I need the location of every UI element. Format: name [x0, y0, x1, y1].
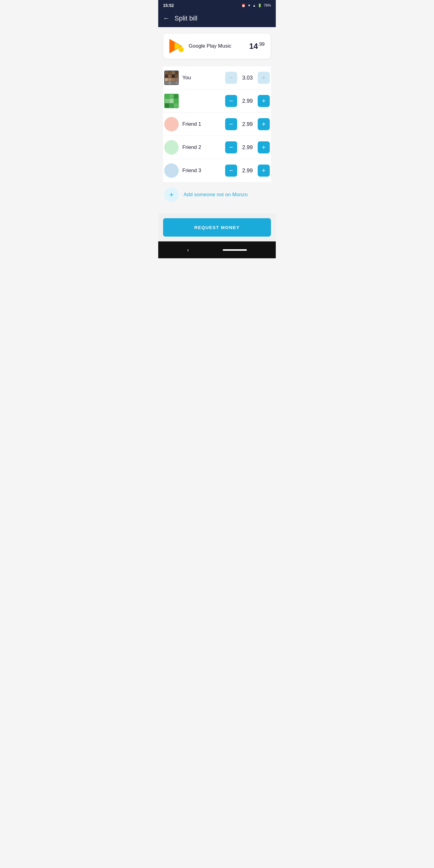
alarm-icon: ⏰	[241, 4, 246, 7]
plus-button-friend2[interactable]: +	[258, 141, 270, 153]
status-time: 15:52	[163, 3, 174, 8]
add-someone-row[interactable]: + Add someone not on Monzo	[163, 182, 271, 207]
avatar-friend0	[164, 94, 179, 108]
main-content: ♪ Google Play Music 14.99	[158, 27, 276, 213]
minus-button-you[interactable]: −	[225, 72, 237, 84]
nav-bar: ‹	[158, 241, 276, 258]
wifi-icon: ▼	[247, 4, 251, 7]
mosaic-avatar-friend0	[165, 94, 178, 107]
stepper-friend1: − 2.99 +	[225, 118, 270, 130]
avatar-you	[164, 70, 179, 85]
request-money-button[interactable]: REQUEST MONEY	[163, 218, 271, 237]
person-row-friend0: − 2.99 +	[163, 90, 271, 113]
person-row-friend2: Friend 2 − 2.99 +	[163, 136, 271, 159]
minus-button-friend2[interactable]: −	[225, 141, 237, 153]
stepper-value-friend2: 2.99	[241, 144, 254, 151]
person-name-friend1: Friend 1	[182, 121, 221, 127]
people-list: You − 3.03 +	[163, 66, 271, 182]
plus-button-friend1[interactable]: +	[258, 118, 270, 130]
back-button[interactable]: ←	[163, 15, 170, 22]
transaction-name: Google Play Music	[189, 43, 231, 49]
transaction-amount: 14.99	[249, 41, 265, 51]
minus-button-friend1[interactable]: −	[225, 118, 237, 130]
plus-button-friend0[interactable]: +	[258, 95, 270, 107]
person-row-you: You − 3.03 +	[163, 66, 271, 90]
avatar-friend3	[164, 163, 179, 178]
transaction-left: ♪ Google Play Music	[169, 39, 231, 53]
gpm-badge: ♪	[179, 47, 184, 52]
stepper-you: − 3.03 +	[225, 72, 270, 84]
transaction-card: ♪ Google Play Music 14.99	[163, 33, 271, 59]
person-name-friend2: Friend 2	[182, 144, 221, 150]
status-icons: ⏰ ▼ ▲ 🔋 76%	[241, 3, 271, 7]
minus-button-friend0[interactable]: −	[225, 95, 237, 107]
signal-icon: ▲	[253, 4, 256, 7]
stepper-value-friend1: 2.99	[241, 121, 254, 127]
google-play-music-icon: ♪	[169, 39, 184, 53]
avatar-friend1	[164, 117, 179, 131]
nav-home-pill[interactable]	[223, 249, 247, 251]
plus-button-friend3[interactable]: +	[258, 164, 270, 177]
amount-main: 14	[249, 41, 258, 51]
person-row-friend3: Friend 3 − 2.99 +	[163, 159, 271, 182]
avatar-friend2	[164, 140, 179, 155]
minus-button-friend3[interactable]: −	[225, 164, 237, 177]
page-title: Split bill	[175, 14, 197, 22]
plus-button-you[interactable]: +	[258, 72, 270, 84]
person-row-friend1: Friend 1 − 2.99 +	[163, 113, 271, 136]
header: ← Split bill	[158, 11, 276, 27]
person-name-you: You	[182, 75, 221, 81]
stepper-value-friend3: 2.99	[241, 167, 254, 174]
transaction-icon: ♪	[169, 39, 184, 53]
stepper-friend2: − 2.99 +	[225, 141, 270, 153]
nav-back-icon[interactable]: ‹	[187, 247, 189, 253]
status-bar: 15:52 ⏰ ▼ ▲ 🔋 76%	[158, 0, 276, 11]
add-circle-icon: +	[164, 187, 179, 202]
person-name-friend3: Friend 3	[182, 167, 221, 174]
bottom-bar: REQUEST MONEY	[158, 213, 276, 241]
battery-level: 76%	[264, 3, 271, 7]
stepper-friend0: − 2.99 +	[225, 95, 270, 107]
stepper-friend3: − 2.99 +	[225, 164, 270, 177]
add-someone-label: Add someone not on Monzo	[184, 192, 248, 198]
amount-cents: .99	[258, 41, 265, 47]
pixel-avatar-you	[165, 71, 178, 84]
stepper-value-friend0: 2.99	[241, 98, 254, 104]
battery-icon: 🔋	[258, 4, 262, 7]
stepper-value-you: 3.03	[241, 75, 254, 81]
